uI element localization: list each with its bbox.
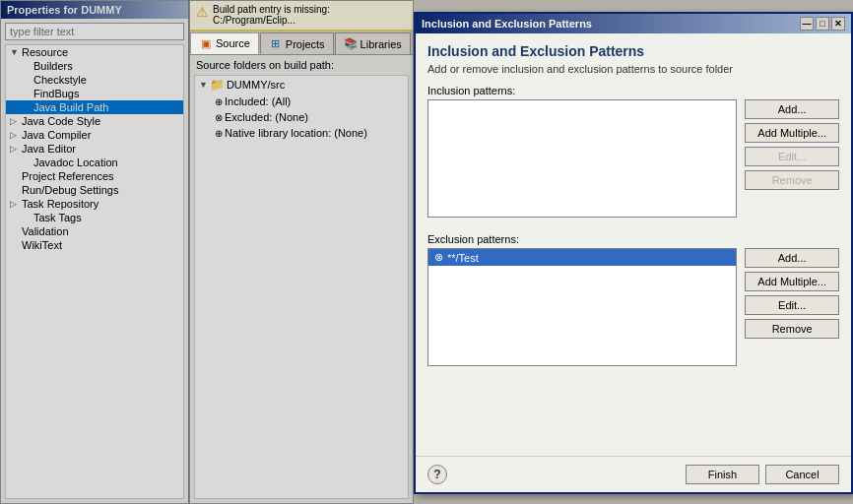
inclusion-remove-button[interactable]: Remove [745, 170, 839, 190]
footer-buttons: Finish Cancel [686, 465, 839, 484]
help-button[interactable]: ? [427, 465, 447, 484]
inclusion-pattern-row: Add... Add Multiple... Edit... Remove [427, 99, 839, 225]
exclusion-buttons: Add... Add Multiple... Edit... Remove [745, 248, 839, 374]
source-tab-icon: ▣ [199, 36, 213, 50]
pattern-item-icon: ⊗ [434, 251, 443, 264]
inclusion-buttons: Add... Add Multiple... Edit... Remove [745, 99, 839, 225]
exclusion-pattern-list[interactable]: ⊗ **/Test [427, 248, 737, 366]
dialog-footer: ? Finish Cancel [416, 456, 851, 492]
exclusion-section-label: Exclusion patterns: [427, 233, 839, 245]
pattern-item-label: **/Test [447, 252, 479, 264]
exclusion-add-button[interactable]: Add... [745, 248, 839, 268]
exclusion-edit-button[interactable]: Edit... [745, 295, 839, 315]
minimize-button[interactable]: — [800, 17, 814, 31]
dialog-title: Inclusion and Exclusion Patterns [427, 43, 839, 59]
close-button[interactable]: ✕ [831, 17, 845, 31]
cancel-button[interactable]: Cancel [765, 465, 839, 484]
dialog-titlebar: Inclusion and Exclusion Patterns — □ ✕ [416, 14, 851, 33]
tab-source[interactable]: ▣ Source [190, 32, 259, 54]
dialog-titlebar-buttons: — □ ✕ [800, 17, 845, 31]
inclusion-pattern-list[interactable] [427, 99, 737, 218]
dialog-inclusion-exclusion: Inclusion and Exclusion Patterns — □ ✕ I… [414, 12, 853, 494]
exclusion-remove-button[interactable]: Remove [745, 319, 839, 339]
inclusion-section-label: Inclusion patterns: [427, 85, 839, 96]
finish-button[interactable]: Finish [686, 465, 759, 484]
exclusion-pattern-row: ⊗ **/Test Add... Add Multiple... Edit...… [427, 248, 839, 374]
inclusion-add-button[interactable]: Add... [745, 99, 839, 119]
tab-source-label: Source [216, 37, 250, 49]
inclusion-edit-button[interactable]: Edit... [745, 147, 839, 166]
maximize-button[interactable]: □ [816, 17, 829, 31]
dialog-titlebar-text: Inclusion and Exclusion Patterns [422, 18, 592, 30]
dialog-content: Inclusion and Exclusion Patterns Add or … [416, 33, 851, 456]
inclusion-add-multiple-button[interactable]: Add Multiple... [745, 123, 839, 143]
dialog-subtitle: Add or remove inclusion and exclusion pa… [427, 63, 839, 75]
exclusion-pattern-item-test[interactable]: ⊗ **/Test [428, 249, 736, 266]
exclusion-add-multiple-button[interactable]: Add Multiple... [745, 272, 839, 291]
